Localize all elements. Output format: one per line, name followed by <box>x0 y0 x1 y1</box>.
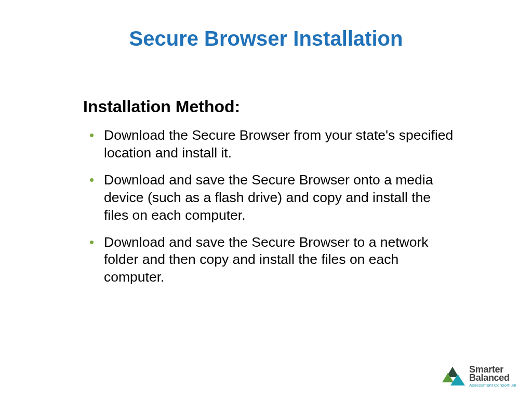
content-area: Installation Method: Download the Secure… <box>0 50 532 286</box>
brand-logo: Smarter Balanced Assessment Consortium <box>442 365 516 388</box>
logo-text: Smarter Balanced Assessment Consortium <box>469 365 516 388</box>
list-item: Download and save the Secure Browser ont… <box>101 171 454 224</box>
bullet-list: Download the Secure Browser from your st… <box>83 127 454 286</box>
list-item: Download the Secure Browser from your st… <box>101 127 454 162</box>
section-heading: Installation Method: <box>83 97 454 116</box>
logo-mark-icon <box>442 366 466 387</box>
slide-title: Secure Browser Installation <box>0 0 532 50</box>
logo-line2: Balanced <box>469 373 516 382</box>
logo-subtitle: Assessment Consortium <box>469 383 516 388</box>
list-item: Download and save the Secure Browser to … <box>101 234 454 287</box>
